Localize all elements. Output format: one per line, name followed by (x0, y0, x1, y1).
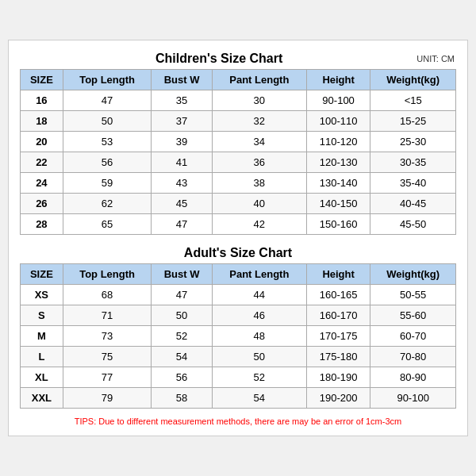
table-cell: 75 (63, 347, 152, 367)
table-cell: 140-150 (306, 194, 370, 214)
table-cell: 40-45 (370, 194, 456, 214)
table-cell: 46 (212, 305, 306, 326)
table-cell: 43 (152, 173, 212, 194)
table-row: 24594338130-14035-40 (21, 173, 456, 194)
table-cell: 47 (63, 90, 152, 111)
table-cell: S (21, 305, 63, 326)
table-cell: 80-90 (370, 367, 456, 388)
table-cell: XL (21, 367, 63, 388)
table-cell: 56 (63, 152, 152, 173)
adults-col-height: Height (306, 264, 370, 285)
table-row: 22564136120-13030-35 (21, 152, 456, 173)
adults-table: SIZE Top Length Bust W Pant Length Heigh… (20, 263, 456, 409)
table-cell: 35 (152, 90, 212, 111)
table-cell: 73 (63, 326, 152, 347)
chart-container: Children's Size Chart UNIT: CM SIZE Top … (8, 40, 468, 436)
table-cell: 190-200 (306, 388, 370, 409)
table-cell: 50 (63, 111, 152, 132)
table-cell: 52 (212, 367, 306, 388)
table-row: 1647353090-100<15 (21, 90, 456, 111)
table-cell: 170-175 (306, 326, 370, 347)
tips-text: TIPS: Due to different measurement metho… (20, 415, 456, 428)
table-cell: <15 (370, 90, 456, 111)
table-cell: 34 (212, 132, 306, 152)
table-cell: 68 (63, 285, 152, 305)
table-cell: 71 (63, 305, 152, 326)
table-cell: 35-40 (370, 173, 456, 194)
unit-label: UNIT: CM (416, 54, 455, 63)
table-cell: 32 (212, 111, 306, 132)
table-cell: 30-35 (370, 152, 456, 173)
children-col-bust-w: Bust W (152, 70, 212, 90)
children-title: Children's Size Chart (21, 52, 416, 66)
table-cell: 20 (21, 132, 63, 152)
table-cell: 38 (212, 173, 306, 194)
table-cell: 65 (63, 214, 152, 235)
table-cell: 45 (152, 194, 212, 214)
table-row: L755450175-18070-80 (21, 347, 456, 367)
table-cell: 120-130 (306, 152, 370, 173)
table-cell: L (21, 347, 63, 367)
adults-tbody: XS684744160-16550-55S715046160-17055-60M… (21, 285, 456, 409)
children-col-size: SIZE (21, 70, 63, 90)
table-row: 20533934110-12025-30 (21, 132, 456, 152)
table-cell: 25-30 (370, 132, 456, 152)
table-cell: 54 (212, 388, 306, 409)
table-cell: 77 (63, 367, 152, 388)
table-cell: 55-60 (370, 305, 456, 326)
table-cell: 45-50 (370, 214, 456, 235)
table-row: S715046160-17055-60 (21, 305, 456, 326)
table-cell: 28 (21, 214, 63, 235)
adults-col-bust-w: Bust W (152, 264, 212, 285)
table-cell: 130-140 (306, 173, 370, 194)
adults-title: Adult's Size Chart (21, 246, 455, 260)
table-cell: 47 (152, 285, 212, 305)
table-cell: M (21, 326, 63, 347)
children-table: SIZE Top Length Bust W Pant Length Heigh… (20, 69, 456, 235)
table-cell: 22 (21, 152, 63, 173)
children-tbody: 1647353090-100<1518503732100-11015-25205… (21, 90, 456, 235)
table-cell: 150-160 (306, 214, 370, 235)
table-cell: 36 (212, 152, 306, 173)
table-cell: 58 (152, 388, 212, 409)
table-cell: 37 (152, 111, 212, 132)
children-col-top-length: Top Length (63, 70, 152, 90)
table-cell: 39 (152, 132, 212, 152)
table-cell: 110-120 (306, 132, 370, 152)
table-row: XS684744160-16550-55 (21, 285, 456, 305)
table-cell: 50 (152, 305, 212, 326)
adults-col-size: SIZE (21, 264, 63, 285)
children-col-pant-length: Pant Length (212, 70, 306, 90)
table-cell: 24 (21, 173, 63, 194)
table-cell: 54 (152, 347, 212, 367)
table-cell: 160-170 (306, 305, 370, 326)
table-cell: 16 (21, 90, 63, 111)
table-cell: 53 (63, 132, 152, 152)
table-cell: 90-100 (370, 388, 456, 409)
table-cell: 18 (21, 111, 63, 132)
children-col-weight: Weight(kg) (370, 70, 456, 90)
table-cell: 30 (212, 90, 306, 111)
table-row: 28654742150-16045-50 (21, 214, 456, 235)
table-cell: 44 (212, 285, 306, 305)
adults-col-weight: Weight(kg) (370, 264, 456, 285)
adults-title-row: Adult's Size Chart (20, 243, 456, 263)
table-cell: 175-180 (306, 347, 370, 367)
children-col-height: Height (306, 70, 370, 90)
table-cell: 42 (212, 214, 306, 235)
table-cell: 50-55 (370, 285, 456, 305)
table-cell: 79 (63, 388, 152, 409)
table-cell: 180-190 (306, 367, 370, 388)
table-row: M735248170-17560-70 (21, 326, 456, 347)
adults-col-top-length: Top Length (63, 264, 152, 285)
children-header-row: SIZE Top Length Bust W Pant Length Heigh… (21, 70, 456, 90)
table-cell: 160-165 (306, 285, 370, 305)
adults-header-row: SIZE Top Length Bust W Pant Length Heigh… (21, 264, 456, 285)
table-cell: 41 (152, 152, 212, 173)
table-row: XL775652180-19080-90 (21, 367, 456, 388)
table-row: 26624540140-15040-45 (21, 194, 456, 214)
table-cell: XXL (21, 388, 63, 409)
table-row: XXL795854190-20090-100 (21, 388, 456, 409)
table-cell: 90-100 (306, 90, 370, 111)
table-cell: 26 (21, 194, 63, 214)
